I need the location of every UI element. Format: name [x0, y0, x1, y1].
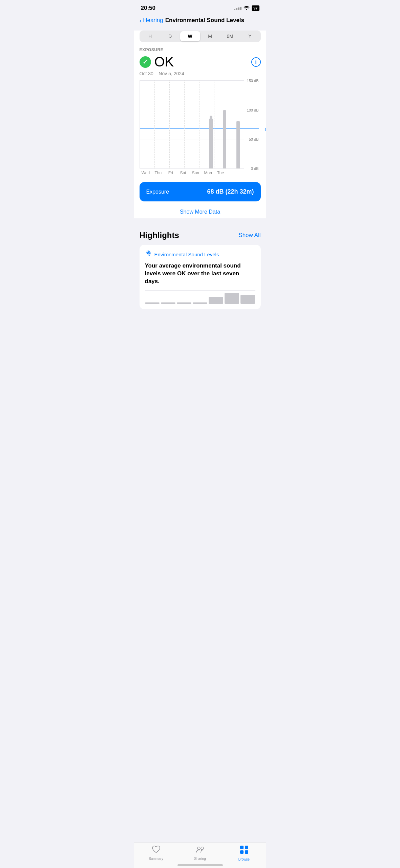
wifi-icon [244, 5, 250, 11]
chart-wrapper: 150 dB 100 dB 50 dB 0 dB 68 dB [134, 80, 266, 175]
day-divider-fri [184, 80, 185, 169]
highlight-card-header: Environmental Sound Levels [145, 250, 255, 259]
highlights-header: Highlights Show All [140, 231, 261, 240]
label-150db: 150 dB [247, 79, 259, 83]
time-btn-d[interactable]: D [160, 31, 180, 41]
day-label-sun: Sun [189, 171, 202, 175]
status-time: 20:50 [141, 5, 155, 12]
label-0db: 0 dB [251, 166, 259, 171]
back-label[interactable]: Hearing [143, 17, 163, 24]
day-label-wed: Wed [140, 171, 152, 175]
time-btn-y[interactable]: Y [240, 31, 260, 41]
status-icons: 97 [234, 5, 259, 11]
show-more-data-button[interactable]: Show More Data [134, 205, 266, 218]
day-label-thu: Thu [152, 171, 164, 175]
highlights-title: Highlights [140, 231, 179, 240]
time-btn-h[interactable]: H [140, 31, 160, 41]
mini-bar-4 [193, 302, 207, 304]
ok-text: OK [154, 54, 174, 70]
day-divider-sun [214, 80, 214, 169]
mini-bar-7 [240, 295, 255, 304]
bar-sun-upper [209, 118, 213, 129]
status-left: ✓ OK [140, 54, 174, 70]
mini-bar-3 [177, 302, 191, 304]
battery-indicator: 97 [252, 5, 259, 11]
time-btn-6m[interactable]: 6M [220, 31, 240, 41]
ear-icon [145, 250, 152, 259]
info-button[interactable]: i [251, 57, 261, 67]
mini-bar-2 [161, 302, 175, 304]
exposure-card-label: Exposure [146, 189, 169, 195]
chevron-left-icon: ‹ [140, 17, 142, 24]
show-all-button[interactable]: Show All [238, 232, 260, 239]
svg-point-0 [148, 252, 149, 253]
grid-line-150: 150 dB [140, 80, 244, 81]
highlight-card-text: Your average environmental sound levels … [145, 262, 255, 285]
signal-icon [234, 7, 241, 10]
day-labels: Wed Thu Fri Sat Sun Mon Tue [134, 169, 232, 175]
day-divider-mon [229, 80, 229, 169]
threshold-label: 68 dB [265, 127, 266, 131]
label-50db: 50 dB [249, 137, 259, 141]
mini-bar-5 [209, 297, 223, 304]
page-title: Environmental Sound Levels [165, 17, 244, 24]
bar-mon [223, 110, 226, 169]
day-label-sat: Sat [177, 171, 189, 175]
day-label-mon: Mon [202, 171, 214, 175]
grid-line-0: 0 dB [140, 168, 244, 169]
time-btn-w[interactable]: W [180, 31, 200, 41]
grid-line-100: 100 dB [140, 110, 244, 110]
label-100db: 100 dB [247, 108, 259, 112]
bar-sun-lower [209, 129, 213, 169]
mini-bar-1 [145, 302, 160, 304]
time-selector: H D W M 6M Y [140, 31, 261, 42]
date-range: Oct 30 – Nov 5, 2024 [140, 71, 261, 76]
chart-container: 150 dB 100 dB 50 dB 0 dB 68 dB [140, 80, 244, 169]
ok-check-icon: ✓ [140, 56, 151, 68]
back-button[interactable]: ‹ Hearing [140, 17, 163, 24]
exposure-label: EXPOSURE [140, 47, 261, 52]
day-divider-thu [169, 80, 170, 169]
exposure-status: ✓ OK i [140, 54, 261, 70]
day-label-tue: Tue [214, 171, 227, 175]
grid-line-50: 50 dB [140, 139, 244, 139]
mini-chart [145, 290, 255, 304]
mini-bar-6 [225, 293, 239, 304]
status-bar: 20:50 97 [134, 0, 266, 14]
day-label-fri: Fri [164, 171, 177, 175]
nav-bar: ‹ Hearing Environmental Sound Levels [134, 14, 266, 28]
day-divider-sat [199, 80, 199, 169]
exposure-section: EXPOSURE ✓ OK i Oct 30 – Nov 5, 2024 [134, 47, 266, 76]
chart-inner: 150 dB 100 dB 50 dB 0 dB 68 dB [140, 80, 244, 169]
bar-tue [236, 121, 240, 169]
day-divider-wed [154, 80, 155, 169]
highlights-section: Highlights Show All Environmental Sound … [134, 224, 266, 315]
highlight-card-title: Environmental Sound Levels [154, 252, 219, 257]
highlight-card[interactable]: Environmental Sound Levels Your average … [140, 245, 261, 309]
time-btn-m[interactable]: M [200, 31, 220, 41]
main-content: H D W M 6M Y EXPOSURE ✓ OK i Oct 30 – No… [134, 31, 266, 218]
bar-sun-dot [210, 116, 212, 118]
exposure-card[interactable]: Exposure 68 dB (22h 32m) [140, 182, 261, 201]
exposure-card-value: 68 dB (22h 32m) [207, 188, 254, 195]
